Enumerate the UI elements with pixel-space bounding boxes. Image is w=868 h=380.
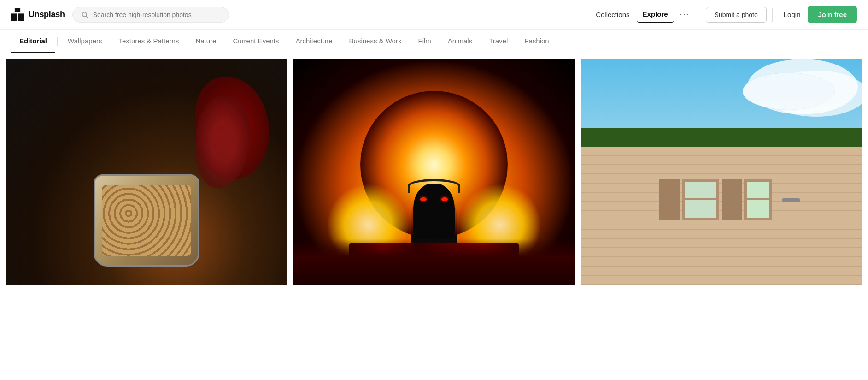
photo-column-2 xyxy=(293,59,575,291)
svg-rect-2 xyxy=(18,13,24,21)
photo-column-1 xyxy=(6,59,287,291)
category-textures-patterns[interactable]: Textures & Patterns xyxy=(111,30,188,53)
category-editorial[interactable]: Editorial xyxy=(11,30,55,53)
nav-more-button[interactable]: ··· xyxy=(675,7,694,22)
search-bar[interactable] xyxy=(72,7,229,23)
category-business-work[interactable]: Business & Work xyxy=(341,30,410,53)
search-input[interactable] xyxy=(93,11,220,18)
category-animals[interactable]: Animals xyxy=(440,30,481,53)
photo-grid xyxy=(6,53,862,291)
site-header: Unsplash Collections Explore ··· Submit … xyxy=(0,0,868,30)
photo-house[interactable] xyxy=(581,59,862,285)
category-nature[interactable]: Nature xyxy=(187,30,224,53)
categories-nav: Editorial Wallpapers Textures & Patterns… xyxy=(0,30,868,53)
photo-food[interactable] xyxy=(6,59,287,285)
photo-grid-main xyxy=(0,53,868,291)
header-nav: Collections Explore ··· Submit a photo L… xyxy=(590,6,857,23)
cat-divider-1 xyxy=(57,37,58,46)
submit-photo-button[interactable]: Submit a photo xyxy=(706,7,767,23)
svg-line-4 xyxy=(86,16,88,18)
join-free-button[interactable]: Join free xyxy=(808,6,857,23)
unsplash-logo-icon xyxy=(11,8,24,21)
category-architecture[interactable]: Architecture xyxy=(287,30,340,53)
category-travel[interactable]: Travel xyxy=(481,30,516,53)
header-divider xyxy=(700,8,700,22)
logo[interactable]: Unsplash xyxy=(11,8,65,21)
header-divider-2 xyxy=(772,8,773,22)
category-wallpapers[interactable]: Wallpapers xyxy=(59,30,110,53)
category-current-events[interactable]: Current Events xyxy=(224,30,287,53)
svg-rect-0 xyxy=(15,8,20,12)
login-button[interactable]: Login xyxy=(778,7,806,22)
logo-text: Unsplash xyxy=(29,10,65,19)
svg-rect-1 xyxy=(11,13,17,21)
category-fashion[interactable]: Fashion xyxy=(516,30,557,53)
photo-dj[interactable] xyxy=(293,59,575,285)
search-icon xyxy=(81,11,88,18)
category-film[interactable]: Film xyxy=(410,30,439,53)
photo-column-3 xyxy=(581,59,862,291)
nav-explore[interactable]: Explore xyxy=(637,6,674,23)
nav-collections[interactable]: Collections xyxy=(590,7,635,22)
